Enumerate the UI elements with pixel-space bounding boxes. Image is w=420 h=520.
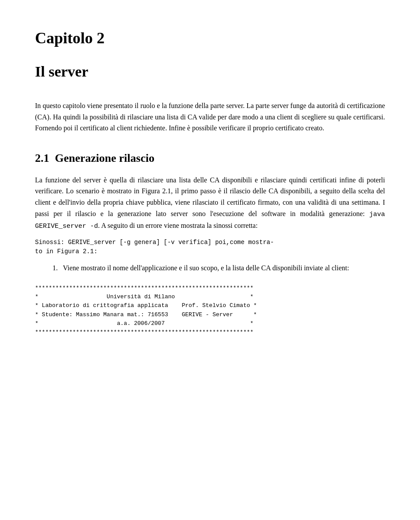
section1-paragraph1: La funzione del server è quella di rilas…: [35, 174, 385, 232]
chapter-number: Capitolo 2: [35, 26, 385, 50]
section-1-heading: 2.1 Generazione rilascio: [35, 150, 385, 167]
ascii-line4: * Studente: Massimo Manara mat.: 716553 …: [35, 311, 257, 318]
list-item-1-number: 1.: [52, 264, 58, 272]
ascii-line2: * Università di Milano *: [35, 293, 253, 300]
ascii-line1: ****************************************…: [35, 285, 253, 291]
list-item-1: 1. Viene mostrato il nome dell'applicazi…: [52, 262, 385, 274]
inline-code-1: java GERIVE_server -d: [35, 211, 385, 230]
chapter-title: Il server: [35, 60, 385, 83]
list-item-1-text: Viene mostrato il nome dell'applicazione…: [63, 264, 349, 272]
ascii-line6: ****************************************…: [35, 329, 253, 335]
ascii-line5: * a.a. 2006/2007 *: [35, 320, 253, 327]
list: 1. Viene mostrato il nome dell'applicazi…: [35, 262, 385, 274]
ascii-line3: * Laboratorio di crittografia applicata …: [35, 302, 257, 309]
intro-paragraph-1: In questo capitolo viene presentato il r…: [35, 100, 385, 134]
ascii-box: ****************************************…: [35, 284, 385, 337]
block-code-1: Sinossi: GERIVE_server [-g genera] [-v v…: [35, 238, 385, 256]
